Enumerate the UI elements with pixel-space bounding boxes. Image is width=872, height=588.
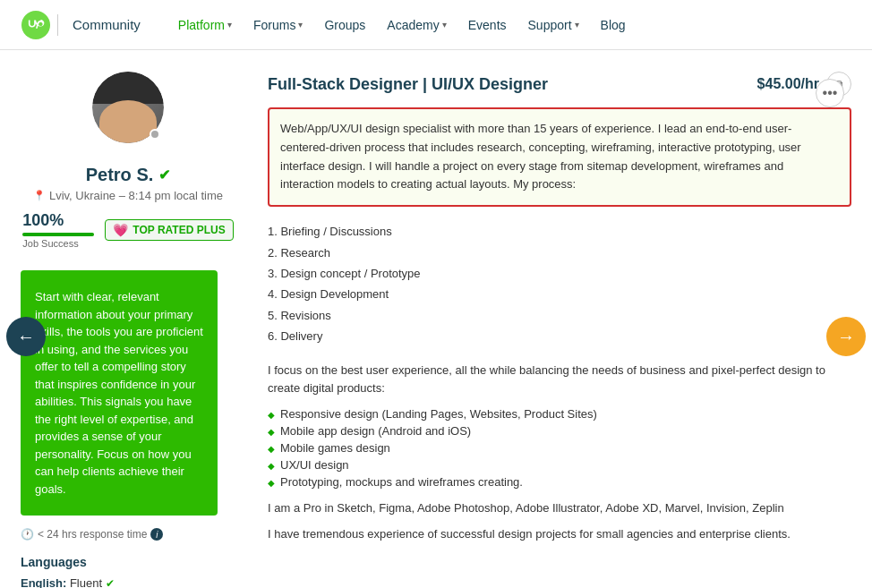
languages-title: Languages [21, 555, 235, 569]
diamond-icon-4: ◆ [268, 461, 275, 471]
skill-item-5: ◆ Prototyping, mockups and wireframes cr… [268, 475, 851, 489]
avatar-section [21, 72, 235, 150]
process-item-2: 2. Research [268, 243, 851, 263]
navbar: Community Platform ▾ Forums ▾ Groups Aca… [0, 0, 872, 50]
job-title-row: Full-Stack Designer | UI/UX Designer $45… [268, 72, 851, 97]
avatar-face-decoration [99, 100, 157, 143]
nav-link-support[interactable]: Support ▾ [519, 11, 588, 39]
more-options-button[interactable]: ••• [816, 79, 844, 107]
process-item-6: 6. Delivery [268, 326, 851, 346]
hourly-rate: $45.00/hr [757, 76, 819, 92]
job-success-bar [22, 233, 94, 236]
skill-item-1: ◆ Responsive design (Landing Pages, Webs… [268, 407, 851, 421]
location-pin-icon: 📍 [33, 190, 46, 201]
avatar-wrapper [92, 72, 164, 143]
job-success-section: 100% Job Success [22, 211, 94, 249]
nav-link-forums[interactable]: Forums ▾ [244, 11, 312, 39]
process-item-1: 1. Briefing / Discussions [268, 221, 851, 242]
english-verified-icon: ✔ [106, 577, 115, 588]
logo[interactable]: Community [21, 11, 141, 39]
community-label: Community [73, 17, 141, 32]
verified-badge-icon: ✔ [158, 166, 170, 183]
skill-item-4: ◆ UX/UI design [268, 458, 851, 472]
job-success-label: Job Success [22, 238, 78, 249]
avatar-hat-decoration [92, 72, 164, 104]
next-arrow-button[interactable]: → [826, 317, 866, 356]
content-outer: ← → Petr [6, 50, 866, 588]
diamond-icon-3: ◆ [268, 444, 275, 454]
response-time: 🕐 < 24 hrs response time i [21, 528, 235, 541]
languages-section: Languages English: Fluent ✔ Russian: Nat… [21, 555, 235, 588]
top-rated-badge: 💗 TOP RATED PLUS [105, 219, 233, 241]
nav-link-events[interactable]: Events [459, 11, 516, 39]
prev-arrow-button[interactable]: ← [6, 317, 46, 356]
nav-links: Platform ▾ Forums ▾ Groups Academy ▾ Eve… [169, 11, 635, 39]
process-item-5: 5. Revisions [268, 305, 851, 326]
heart-icon: 💗 [113, 223, 128, 237]
online-status-dot [150, 129, 160, 140]
platform-chevron-icon: ▾ [227, 20, 232, 30]
academy-chevron-icon: ▾ [442, 20, 447, 30]
more-button-row: ••• [816, 79, 844, 107]
info-icon: i [150, 528, 163, 541]
forums-chevron-icon: ▾ [298, 20, 303, 30]
profile-location: 📍 Lviv, Ukraine – 8:14 pm local time [21, 189, 235, 202]
page-layout: Petro S. ✔ 📍 Lviv, Ukraine – 8:14 pm loc… [6, 50, 866, 588]
tooltip-container: Start with clear, relevant information a… [21, 270, 235, 521]
badges-row: 100% Job Success 💗 TOP RATED PLUS [21, 211, 235, 249]
job-success-percentage: 100% [22, 211, 64, 230]
nav-link-blog[interactable]: Blog [592, 11, 635, 39]
skills-intro: I focus on the best user experience, all… [268, 362, 851, 399]
skill-item-2: ◆ Mobile app design (Android and iOS) [268, 424, 851, 438]
enterprise-text: I have tremendous experience of successf… [268, 525, 851, 544]
arrow-right-icon: → [837, 327, 855, 347]
upwork-logo-icon [21, 11, 50, 39]
process-item-3: 3. Design concept / Prototype [268, 263, 851, 284]
diamond-icon-1: ◆ [268, 410, 275, 420]
job-title: Full-Stack Designer | UI/UX Designer [268, 75, 548, 94]
support-chevron-icon: ▾ [575, 20, 579, 30]
profile-name: Petro S. ✔ [21, 165, 235, 185]
skill-item-3: ◆ Mobile games design [268, 441, 851, 455]
diamond-icon-5: ◆ [268, 478, 275, 488]
process-list: 1. Briefing / Discussions 2. Research 3.… [268, 221, 851, 346]
nav-divider [57, 14, 58, 36]
diamond-icon-2: ◆ [268, 427, 275, 437]
clock-icon: 🕐 [21, 528, 34, 541]
tools-text: I am a Pro in Sketch, Figma, Adobe Photo… [268, 499, 851, 518]
language-english: English: Fluent ✔ [21, 576, 235, 588]
sidebar: Petro S. ✔ 📍 Lviv, Ukraine – 8:14 pm loc… [21, 72, 253, 588]
nav-link-groups[interactable]: Groups [315, 11, 374, 39]
nav-link-academy[interactable]: Academy ▾ [378, 11, 455, 39]
process-item-4: 4. Design Development [268, 284, 851, 304]
tooltip-overlay: Start with clear, relevant information a… [21, 270, 218, 516]
main-content: ••• Full-Stack Designer | UI/UX Designer… [253, 72, 851, 588]
arrow-left-icon: ← [17, 327, 35, 347]
description-box: Web/App/UX/UI design specialist with mor… [268, 107, 851, 207]
profile-identity: Petro S. ✔ 📍 Lviv, Ukraine – 8:14 pm loc… [21, 165, 235, 202]
location-text: Lviv, Ukraine – 8:14 pm local time [49, 189, 223, 202]
job-success-fill [22, 233, 94, 236]
skills-list: ◆ Responsive design (Landing Pages, Webs… [268, 407, 851, 489]
nav-link-platform[interactable]: Platform ▾ [169, 11, 241, 39]
